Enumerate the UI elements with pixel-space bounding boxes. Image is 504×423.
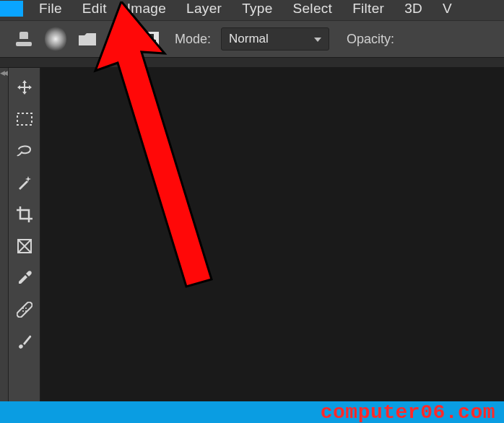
brush-settings-toggle[interactable] [108, 28, 130, 50]
svg-point-9 [22, 310, 24, 312]
crop-tool[interactable] [14, 204, 35, 225]
panel-collapse-strip[interactable] [0, 68, 9, 423]
mode-label: Mode: [175, 32, 211, 47]
workspace [0, 68, 504, 423]
brush-tool[interactable] [14, 331, 35, 352]
brush-preset-picker[interactable] [45, 28, 66, 50]
folder-brush-icon [110, 31, 129, 47]
menu-file[interactable]: File [29, 0, 72, 21]
current-tool-icon[interactable] [13, 28, 35, 50]
lasso-icon [16, 143, 33, 159]
svg-rect-3 [17, 113, 32, 125]
blend-mode-dropdown[interactable]: Normal [221, 27, 329, 51]
options-bar: Mode: Normal Opacity: [0, 20, 504, 58]
marquee-icon [17, 113, 32, 126]
menu-3d[interactable]: 3D [394, 0, 433, 21]
frame-tool[interactable] [14, 235, 35, 257]
svg-rect-2 [146, 40, 156, 43]
menu-view-partial[interactable]: V [433, 0, 462, 21]
svg-point-8 [25, 308, 27, 309]
watermark-text: computer06.com [321, 401, 495, 424]
lasso-tool[interactable] [14, 140, 35, 162]
rectangular-marquee-tool[interactable] [14, 108, 35, 130]
document-tab-well [0, 58, 504, 68]
menu-image[interactable]: Image [117, 0, 176, 21]
clone-source-panel-toggle[interactable] [140, 28, 162, 50]
canvas-area[interactable] [40, 68, 504, 423]
clone-stamp-panel-icon [142, 30, 160, 48]
chevron-down-icon [314, 35, 321, 43]
svg-rect-1 [148, 34, 154, 39]
svg-rect-5 [17, 302, 32, 318]
crop-icon [16, 206, 33, 223]
frame-icon [17, 238, 32, 254]
menu-edit[interactable]: Edit [72, 0, 117, 21]
brush-icon [17, 333, 32, 349]
toolbox [9, 68, 40, 423]
watermark-bar: computer06.com [0, 401, 504, 423]
blend-mode-value: Normal [229, 32, 269, 46]
folder-icon [78, 31, 97, 47]
svg-point-6 [22, 308, 24, 309]
brush-preview-icon [45, 26, 66, 52]
eyedropper-tool[interactable] [14, 267, 35, 289]
svg-point-7 [25, 310, 27, 312]
magic-wand-tool[interactable] [14, 172, 35, 193]
bandage-icon [17, 302, 32, 318]
healing-brush-tool[interactable] [14, 299, 35, 320]
menu-type[interactable]: Type [232, 0, 282, 21]
move-tool[interactable] [14, 77, 35, 98]
opacity-label: Opacity: [347, 32, 394, 47]
menu-layer[interactable]: Layer [176, 0, 232, 21]
menubar: File Edit Image Layer Type Select Filter… [0, 0, 504, 20]
app-icon [0, 1, 23, 17]
eyedropper-icon [17, 270, 32, 286]
clone-stamp-icon [16, 32, 32, 46]
move-icon [17, 79, 32, 95]
wand-icon [17, 175, 32, 191]
menu-select[interactable]: Select [283, 0, 343, 21]
brush-panel-toggle[interactable] [77, 28, 98, 50]
menu-filter[interactable]: Filter [342, 0, 394, 21]
